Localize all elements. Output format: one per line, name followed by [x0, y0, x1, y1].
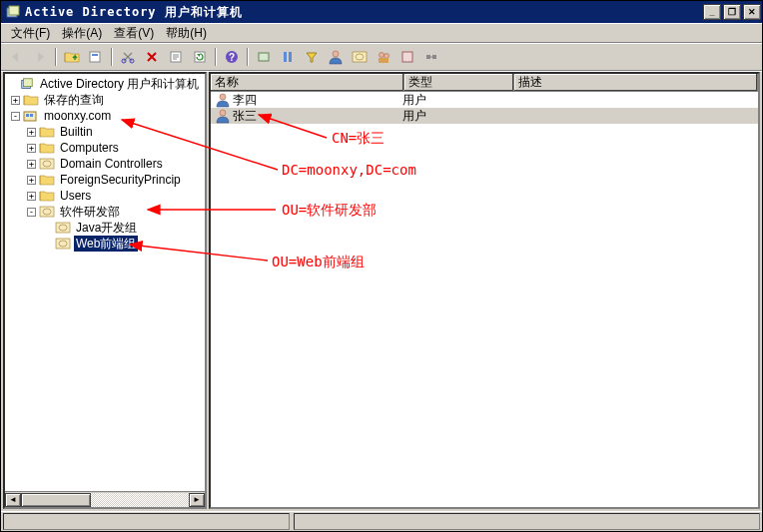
svg-rect-20 [426, 55, 430, 59]
help-button[interactable]: ? [221, 46, 243, 68]
app-icon [5, 4, 21, 20]
report-button[interactable] [396, 46, 418, 68]
tree-saved[interactable]: + 保存的查询 [5, 92, 205, 108]
window-title: Active Directory 用户和计算机 [25, 4, 702, 21]
col-name[interactable]: 名称 [211, 74, 404, 91]
menu-action[interactable]: 操作(A) [56, 23, 108, 44]
svg-point-17 [384, 54, 389, 59]
svg-rect-23 [26, 114, 29, 117]
list-pane: 名称 类型 描述 李四 用户 张三 用户 [209, 72, 760, 509]
new-folder-button[interactable] [85, 46, 107, 68]
app-window: Active Directory 用户和计算机 _ ❐ ✕ 文件(F) 操作(A… [0, 0, 763, 532]
properties-button[interactable] [165, 46, 187, 68]
collapse-icon[interactable]: - [27, 208, 36, 217]
titlebar: Active Directory 用户和计算机 _ ❐ ✕ [1, 1, 762, 23]
close-button[interactable]: ✕ [743, 4, 761, 20]
tree-item[interactable]: +Domain Controllers [5, 156, 205, 172]
expand-icon[interactable]: + [11, 96, 20, 105]
conn-button[interactable] [420, 46, 442, 68]
col-desc[interactable]: 描述 [514, 74, 758, 91]
svg-rect-5 [90, 52, 100, 62]
list-body: 李四 用户 张三 用户 [211, 92, 758, 507]
tool-icon-2[interactable] [277, 46, 299, 68]
tree-root[interactable]: Active Directory 用户和计算机 [5, 76, 205, 92]
svg-rect-6 [92, 54, 98, 56]
svg-text:?: ? [229, 52, 235, 63]
up-button[interactable] [61, 46, 83, 68]
tree-item[interactable]: +ForeignSecurityPrincip [5, 172, 205, 188]
menu-file[interactable]: 文件(F) [5, 23, 56, 44]
tree-item[interactable]: +Computers [5, 140, 205, 156]
menu-help[interactable]: 帮助(H) [160, 23, 213, 44]
svg-point-16 [380, 53, 384, 58]
toolbar: ? [1, 43, 762, 71]
tree-root-label[interactable]: Active Directory 用户和计算机 [38, 76, 201, 92]
svg-rect-24 [30, 114, 33, 117]
svg-rect-15 [289, 52, 292, 62]
col-type[interactable]: 类型 [404, 74, 514, 91]
svg-rect-21 [432, 55, 436, 59]
tree-ou-child[interactable]: Java开发组 [5, 220, 205, 236]
list-row-selected[interactable]: 张三 用户 [211, 108, 758, 124]
user-button[interactable] [325, 46, 347, 68]
tree-item[interactable]: +Users [5, 188, 205, 204]
tree-domain[interactable]: - moonxy.com [5, 108, 205, 124]
tree-item[interactable]: +Builtin [5, 124, 205, 140]
group-button[interactable] [373, 46, 394, 68]
svg-rect-14 [284, 52, 287, 62]
svg-rect-19 [402, 52, 412, 62]
user-icon [215, 92, 231, 108]
maximize-button[interactable]: ❐ [723, 4, 741, 20]
client-area: Active Directory 用户和计算机 + 保存的查询 - moonxy… [1, 71, 762, 531]
tree: Active Directory 用户和计算机 + 保存的查询 - moonxy… [5, 74, 205, 491]
list-header: 名称 类型 描述 [211, 74, 758, 92]
user-icon [215, 108, 231, 124]
tree-pane: Active Directory 用户和计算机 + 保存的查询 - moonxy… [3, 72, 207, 509]
tool-icon-1[interactable] [253, 46, 275, 68]
filter-button[interactable] [301, 46, 323, 68]
forward-button[interactable] [29, 46, 51, 68]
list-row[interactable]: 李四 用户 [211, 92, 758, 108]
statusbar [1, 511, 762, 531]
refresh-button[interactable] [189, 46, 211, 68]
tree-ou-child-selected[interactable]: Web前端组 [5, 236, 205, 252]
cut-button[interactable] [117, 46, 139, 68]
menubar: 文件(F) 操作(A) 查看(V) 帮助(H) [1, 23, 762, 43]
minimize-button[interactable]: _ [703, 4, 721, 20]
tree-ou-root[interactable]: -软件研发部 [5, 204, 205, 220]
svg-rect-13 [259, 53, 269, 61]
ou-button[interactable] [349, 46, 371, 68]
delete-button[interactable] [141, 46, 163, 68]
back-button[interactable] [5, 46, 27, 68]
menu-view[interactable]: 查看(V) [108, 23, 160, 44]
collapse-icon[interactable]: - [11, 112, 20, 121]
svg-rect-18 [379, 58, 388, 63]
tree-hscroll[interactable]: ◄ ► [5, 491, 205, 507]
